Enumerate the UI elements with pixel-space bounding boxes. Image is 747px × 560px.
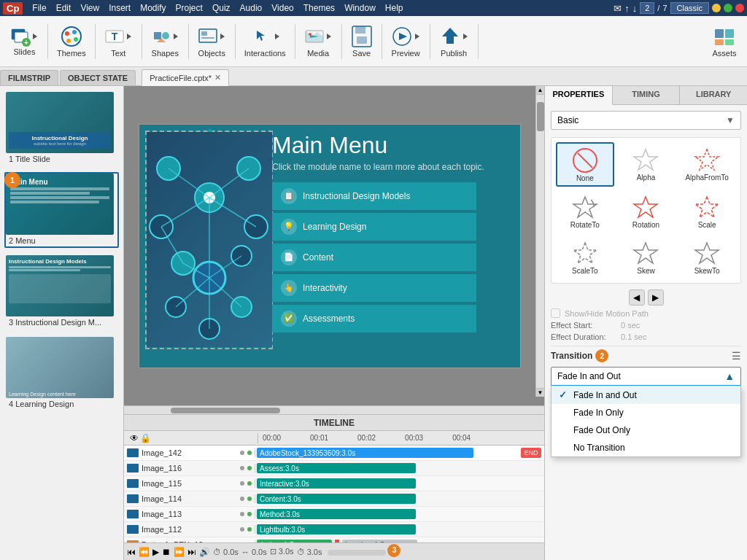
timeline-footer: ⏮ ⏪ ▶ ⏹ ⏩ ⏭ 🔊 ⏱ 0.0s ↔ 0.0s ⊡ 3.0s ⏱ 3.0… bbox=[124, 542, 544, 560]
anim-skewto[interactable]: SkewTo bbox=[678, 236, 736, 279]
anim-alpha[interactable]: Alpha bbox=[617, 142, 676, 187]
menu-item-3[interactable]: 📄 Content bbox=[272, 244, 476, 271]
toolbar-shapes[interactable]: Shapes bbox=[147, 23, 184, 60]
menu-project[interactable]: Project bbox=[171, 1, 207, 15]
anim-rotation[interactable]: Rotation bbox=[617, 190, 676, 233]
filmstrip-panel: Instructional Design subtitle text here … bbox=[0, 86, 124, 560]
toolbar-assets[interactable]: Assets bbox=[708, 23, 741, 60]
menu-view[interactable]: View bbox=[76, 1, 104, 15]
vscroll-down[interactable]: ▼ bbox=[536, 388, 544, 397]
menu-edit[interactable]: Edit bbox=[52, 1, 76, 15]
filmstrip-item-4[interactable]: Learning Design content here 4 Learning … bbox=[4, 335, 119, 411]
right-panel: PROPERTIES TIMING LIBRARY Basic ▼ None bbox=[544, 86, 747, 560]
transition-dropdown[interactable]: Fade In and Out ▲ bbox=[551, 367, 741, 386]
menu-item-1[interactable]: 📋 Instructional Design Models bbox=[272, 182, 476, 210]
anim-rotateto[interactable]: RotateTo bbox=[556, 190, 614, 233]
timeline-lock-icon[interactable]: 🔒 bbox=[140, 433, 151, 443]
tab-library[interactable]: LIBRARY bbox=[680, 86, 747, 104]
app-logo: Cp bbox=[3, 2, 23, 15]
playback-stop[interactable]: ⏹ bbox=[162, 547, 171, 557]
anim-next-button[interactable]: ▶ bbox=[648, 289, 664, 306]
win-minimize[interactable] bbox=[712, 4, 721, 12]
badge-1: 1 bbox=[10, 176, 15, 184]
toolbar-publish[interactable]: Publish bbox=[435, 23, 473, 60]
anim-alphafromto[interactable]: AlphaFromTo bbox=[678, 142, 736, 187]
menu-file[interactable]: File bbox=[28, 1, 50, 15]
menu-quiz[interactable]: Quiz bbox=[208, 1, 235, 15]
transition-option-fade-in-only[interactable]: Fade In Only bbox=[551, 404, 740, 421]
win-maximize[interactable] bbox=[724, 4, 732, 12]
toolbar-preview[interactable]: Preview bbox=[387, 23, 425, 60]
playback-end[interactable]: ⏭ bbox=[187, 547, 196, 557]
svg-marker-65 bbox=[573, 197, 597, 217]
toolbar-objects-label: Objects bbox=[198, 49, 225, 58]
canvas-hscroll[interactable] bbox=[124, 405, 544, 414]
transition-menu-icon[interactable]: ☰ bbox=[732, 350, 741, 362]
toolbar-themes[interactable]: Themes bbox=[53, 23, 90, 60]
toolbar-preview-label: Preview bbox=[392, 49, 420, 58]
effect-start-label: Effect Start: bbox=[551, 321, 616, 330]
filmstrip-item-1[interactable]: Instructional Design subtitle text here … bbox=[4, 90, 119, 166]
effect-start-row: Effect Start: 0 sec bbox=[551, 321, 741, 330]
toolbar-text[interactable]: T Text bbox=[100, 23, 137, 60]
audio-icon[interactable]: 🔊 bbox=[199, 547, 210, 557]
tab-file[interactable]: PracticeFile.cptx* ✕ bbox=[142, 69, 229, 86]
transition-dropdown-container: Fade In and Out ▲ ✓ Fade In and Out Fade… bbox=[551, 367, 741, 386]
menu-item-5[interactable]: ✅ Assessments bbox=[272, 305, 476, 332]
svg-text:T: T bbox=[111, 31, 117, 42]
toolbar-media[interactable]: Media bbox=[300, 23, 337, 60]
icon-email[interactable]: ✉ bbox=[614, 3, 622, 14]
toolbar-interactions[interactable]: Interactions bbox=[240, 23, 290, 60]
anim-prev-button[interactable]: ◀ bbox=[629, 289, 645, 306]
anim-none[interactable]: None bbox=[556, 142, 614, 187]
tab-timing[interactable]: TIMING bbox=[613, 86, 681, 104]
playback-prev[interactable]: ⏪ bbox=[139, 547, 150, 557]
win-close[interactable] bbox=[735, 4, 744, 12]
timeline-eye-icon[interactable]: 👁 bbox=[130, 433, 139, 443]
menu-item-2[interactable]: 💡 Learning Design bbox=[272, 213, 476, 241]
toolbar-slides[interactable]: + Slides bbox=[6, 24, 43, 58]
page-separator: / bbox=[657, 4, 659, 12]
footer-time1: ⏱ 0.0s bbox=[213, 548, 239, 556]
filmstrip-item-3[interactable]: Instructional Design Models 3 Instructio… bbox=[4, 254, 119, 330]
playback-next[interactable]: ⏩ bbox=[174, 547, 185, 557]
menu-item-4[interactable]: 👆 Interactivity bbox=[272, 274, 476, 302]
transition-option-no-transition[interactable]: No Transition bbox=[551, 439, 740, 456]
filmstrip-item-2[interactable]: 1 Main Menu 2 Menu bbox=[4, 172, 119, 248]
menu-video[interactable]: Video bbox=[267, 1, 298, 15]
basic-dropdown[interactable]: Basic ▼ bbox=[551, 111, 741, 130]
playback-play[interactable]: ▶ bbox=[152, 547, 159, 557]
menu-window[interactable]: Window bbox=[340, 1, 380, 15]
menu-audio[interactable]: Audio bbox=[236, 1, 267, 15]
transition-option-fade-in-out[interactable]: ✓ Fade In and Out bbox=[551, 386, 740, 404]
toolbar-themes-label: Themes bbox=[57, 49, 86, 58]
toolbar-objects[interactable]: Objects bbox=[193, 23, 231, 60]
svg-line-62 bbox=[578, 153, 592, 168]
icon-share[interactable]: ↑ bbox=[624, 3, 630, 14]
tab-properties[interactable]: PROPERTIES bbox=[545, 86, 613, 105]
motion-path-checkbox[interactable] bbox=[551, 308, 560, 318]
canvas-scroll-area: ▲ ▼ bbox=[124, 86, 544, 405]
menu-help[interactable]: Help bbox=[381, 1, 408, 15]
tab-object-state[interactable]: OBJECT STATE bbox=[60, 70, 136, 85]
toolbar-save[interactable]: Save bbox=[347, 23, 377, 60]
toolbar-text-label: Text bbox=[111, 49, 125, 58]
dropdown-arrow-icon: ▼ bbox=[726, 115, 735, 125]
transition-option-fade-out-only[interactable]: Fade Out Only bbox=[551, 421, 740, 439]
classic-mode-button[interactable]: Classic bbox=[670, 2, 709, 14]
tab-close-icon[interactable]: ✕ bbox=[214, 73, 221, 82]
anim-scaleto[interactable]: ScaleTo bbox=[556, 236, 614, 279]
playback-start[interactable]: ⏮ bbox=[127, 547, 136, 557]
table-row: Image_115 Interactive:3.0s bbox=[124, 476, 544, 491]
icon-down[interactable]: ↓ bbox=[632, 3, 638, 14]
menu-modify[interactable]: Modify bbox=[136, 1, 170, 15]
tab-filmstrip[interactable]: FILMSTRIP bbox=[0, 70, 58, 85]
menu-insert[interactable]: Insert bbox=[104, 1, 135, 15]
timeline-scrollbar-h[interactable] bbox=[328, 550, 386, 556]
menu-themes[interactable]: Themes bbox=[299, 1, 339, 15]
anim-skew[interactable]: Skew bbox=[617, 236, 676, 279]
vscroll-up[interactable]: ▲ bbox=[536, 86, 544, 95]
anim-rotation-label: Rotation bbox=[632, 221, 659, 229]
anim-scale[interactable]: Scale bbox=[678, 190, 736, 233]
filmstrip-items: Instructional Design subtitle text here … bbox=[0, 86, 123, 560]
